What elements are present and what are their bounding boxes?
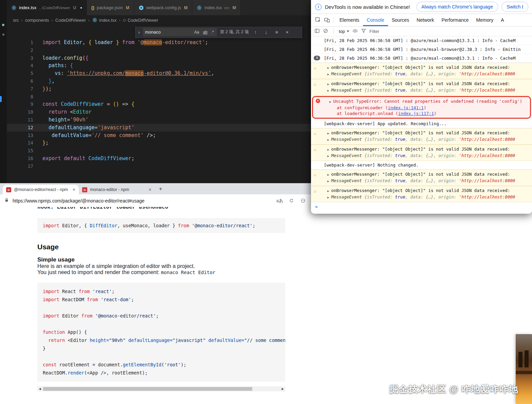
switch-language-button[interactable]: Switch t [501, 2, 528, 12]
expand-triangle-icon[interactable]: ▶ [329, 100, 331, 103]
filter-label[interactable]: Filter [369, 29, 379, 34]
devtools-tab-sources[interactable]: Sources [388, 14, 413, 26]
code-line[interactable]: 5 vs: 'https://unpkg.com/monaco-editor@0… [7, 70, 311, 77]
source-link[interactable]: index.js:117:1 [398, 111, 434, 116]
console-message-warning[interactable]: ⚠▶onBrowserMessenger: "[object Object]" … [311, 63, 532, 79]
code-line[interactable]: 17 [7, 162, 311, 170]
code-line[interactable]: 10 return <Editor [7, 108, 311, 116]
expand-triangle-icon[interactable]: ▶ [327, 66, 329, 70]
tab-close-icon[interactable]: × [149, 187, 151, 192]
new-tab-button[interactable]: + [156, 186, 165, 192]
regex-button[interactable]: .* [210, 30, 215, 35]
console-message-log[interactable]: [Fri, 28 Feb 2025 06:36:58 GMT] : @azure… [311, 36, 532, 45]
filter-icon[interactable] [361, 28, 366, 35]
code-line[interactable]: 13 defaultValue='// some comment' />; [7, 132, 311, 139]
devtools-tab-elements[interactable]: Elements [336, 14, 363, 26]
editor-tab-webpack.config.js[interactable]: webpack.config.jsM [134, 0, 192, 15]
expand-triangle-icon[interactable]: ▶ [327, 196, 329, 199]
code-line[interactable]: 15 [7, 147, 311, 155]
scrollbar-track[interactable] [42, 386, 280, 391]
console-message-warning[interactable]: ⚠▶onBrowserMessenger: "[object Object]" … [311, 170, 532, 186]
unsaved-dot-icon[interactable]: ● [80, 6, 82, 9]
expand-triangle-icon[interactable]: ▶ [327, 148, 329, 151]
breadcrumb-item[interactable]: CodeDiffViewer [55, 18, 86, 23]
match-case-button[interactable]: Aa [193, 30, 200, 35]
live-expression-eye-icon[interactable] [352, 28, 358, 35]
refresh-icon[interactable] [287, 198, 295, 203]
tab-close-icon[interactable]: × [73, 187, 75, 192]
code-line[interactable]: 4 paths: { [7, 62, 311, 70]
more-options-icon[interactable] [299, 198, 307, 203]
editor-tab-package.json[interactable]: {}package.jsonM [87, 0, 134, 15]
address-bar[interactable]: https://www.npmjs.com/package/@monaco-ed… [13, 198, 272, 204]
find-next-button[interactable]: ↓ [262, 30, 270, 35]
console-message-warning[interactable]: ⚠▶onBrowserMessenger: "[object Object]" … [311, 186, 532, 202]
browser-tab[interactable]: nmonaco-editor - npm× [79, 185, 155, 194]
console-message-error[interactable]: ×▶Uncaught TypeError: Cannot read proper… [312, 96, 531, 119]
devtools-tab-console[interactable]: Console [363, 14, 388, 26]
console-message-log[interactable]: [Fri, 28 Feb 2025 06:36:58 GMT] : @azure… [311, 45, 532, 54]
console-message-log[interactable]: [webpack-dev-server] Nothing changed. [311, 161, 532, 170]
code-line[interactable]: 3loader.config({ [7, 54, 311, 62]
code-line[interactable]: 12 defaultLanguage='javascript' [7, 124, 311, 132]
devtools-tab-performance[interactable]: Performance [438, 14, 472, 26]
find-replace-toggle-icon[interactable]: › [138, 29, 140, 35]
match-language-button[interactable]: Always match Chrome's language [416, 2, 498, 12]
source-link[interactable]: index.js:141:1 [388, 105, 424, 110]
code-line[interactable]: 8 [7, 93, 311, 101]
expand-triangle-icon[interactable]: ▶ [327, 179, 329, 183]
console-message-warning[interactable]: ⚠▶onBrowserMessenger: "[object Object]" … [311, 145, 532, 161]
context-selector[interactable]: top [339, 29, 349, 34]
code-line[interactable]: 14}; [7, 139, 311, 147]
editor-tab-index.tsx[interactable]: index.tsx...\CodeDiffViewerU● [7, 0, 87, 15]
find-prev-button[interactable]: ↑ [252, 30, 259, 35]
code-line[interactable]: 7}); [7, 85, 311, 93]
code-line[interactable]: 1import Editor, { loader } from '@monaco… [7, 39, 311, 46]
code-line[interactable]: 16export default CodeDiffViewer; [7, 155, 311, 162]
breadcrumb-item[interactable]: ◇CodeDiffViewer [123, 18, 158, 23]
expand-triangle-icon[interactable]: ▶ [327, 173, 329, 176]
console-message-warning[interactable]: ⚠▶onBrowserMessenger: "[object Object]" … [311, 79, 532, 95]
code-area[interactable]: 1import Editor, { loader } from '@monaco… [7, 25, 311, 170]
tab-title: index.tsx [19, 5, 36, 10]
expand-triangle-icon[interactable]: ▶ [327, 138, 329, 141]
expand-triangle-icon[interactable]: ▶ [327, 89, 329, 92]
code-line[interactable]: 2 [7, 46, 311, 54]
expand-triangle-icon[interactable]: ▶ [327, 189, 329, 193]
line-number: 11 [7, 116, 33, 124]
breadcrumb-item[interactable]: src [13, 18, 19, 23]
code-line[interactable]: 9const CodeDiffViewer = () => { [7, 100, 311, 108]
horizontal-scrollbar[interactable]: ◀ ▶ [37, 386, 285, 391]
whole-word-button[interactable]: ab [202, 30, 208, 35]
console-message-log[interactable]: [webpack-dev-server] App updated. Recomp… [311, 119, 532, 128]
scrollbar-thumb[interactable] [43, 387, 252, 391]
expand-triangle-icon[interactable]: ▶ [327, 82, 329, 86]
expand-triangle-icon[interactable]: ▶ [327, 132, 329, 135]
device-toolbar-icon[interactable] [323, 17, 331, 23]
breadcrumb-item[interactable]: components [25, 18, 49, 23]
breadcrumb-item[interactable]: index.tsx [92, 17, 116, 23]
find-in-selection-button[interactable]: ≡ [273, 30, 280, 35]
browser-tab[interactable]: n@monaco-editor/react - npm× [3, 185, 79, 194]
clear-console-icon[interactable] [323, 28, 328, 35]
expand-triangle-icon[interactable]: ▶ [327, 73, 329, 76]
console-sidebar-icon[interactable] [314, 28, 320, 35]
console-prompt[interactable]: > [311, 202, 532, 211]
find-input[interactable]: monaco Aa ab .* [143, 28, 217, 36]
find-close-button[interactable]: × [283, 30, 291, 35]
scroll-right-arrow-icon[interactable]: ▶ [280, 386, 285, 391]
lock-icon[interactable] [4, 197, 9, 204]
devtools-tab-memory[interactable]: Memory [473, 14, 497, 26]
inspect-element-icon[interactable] [314, 17, 323, 23]
code-line[interactable]: 11 height='90vh' [7, 116, 311, 124]
editor-tab-index.tsx[interactable]: index.tsxsrcM [192, 0, 241, 15]
devtools-tab-network[interactable]: Network [413, 14, 438, 26]
expand-triangle-icon[interactable]: ▶ [327, 154, 329, 158]
console-message-warning[interactable]: ⚠▶onBrowserMessenger: "[object Object]" … [311, 128, 532, 145]
code-line[interactable]: 6 }, [7, 77, 311, 85]
scroll-left-arrow-icon[interactable]: ◀ [37, 386, 42, 391]
devtools-tab-a[interactable]: A [497, 14, 508, 26]
editor-tab-bar: index.tsx...\CodeDiffViewerU●{}package.j… [7, 0, 311, 15]
translate-icon[interactable]: aあ [276, 198, 284, 204]
console-message-log[interactable]: 4[Fri, 28 Feb 2025 06:36:58 GMT] : @azur… [311, 54, 532, 63]
